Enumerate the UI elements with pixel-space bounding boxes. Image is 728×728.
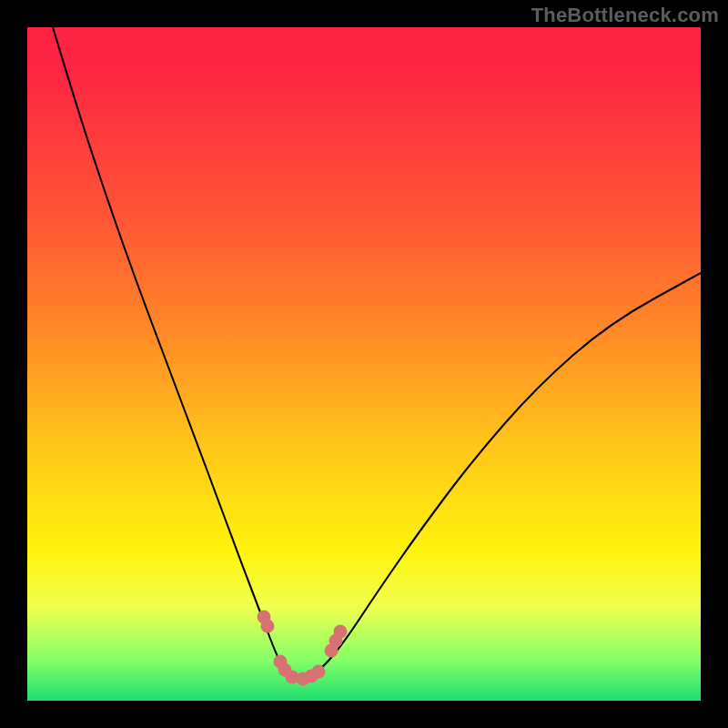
valley-dot (329, 634, 343, 648)
left-curve-path (53, 27, 300, 679)
chart-frame: TheBottleneck.com (0, 0, 728, 728)
plot-area (27, 27, 701, 701)
right-curve-path (300, 273, 701, 679)
valley-dot (325, 644, 339, 658)
valley-dot (258, 611, 271, 624)
valley-dot (334, 625, 348, 639)
valley-dot (312, 665, 326, 679)
valley-dot (274, 655, 288, 669)
valley-dot (278, 663, 292, 677)
valley-dots-group (258, 611, 348, 686)
valley-dot (261, 620, 275, 633)
valley-dot (297, 672, 310, 686)
watermark-text: TheBottleneck.com (531, 4, 719, 27)
valley-dot (286, 671, 299, 684)
chart-svg (27, 27, 701, 701)
valley-dot (305, 670, 318, 683)
